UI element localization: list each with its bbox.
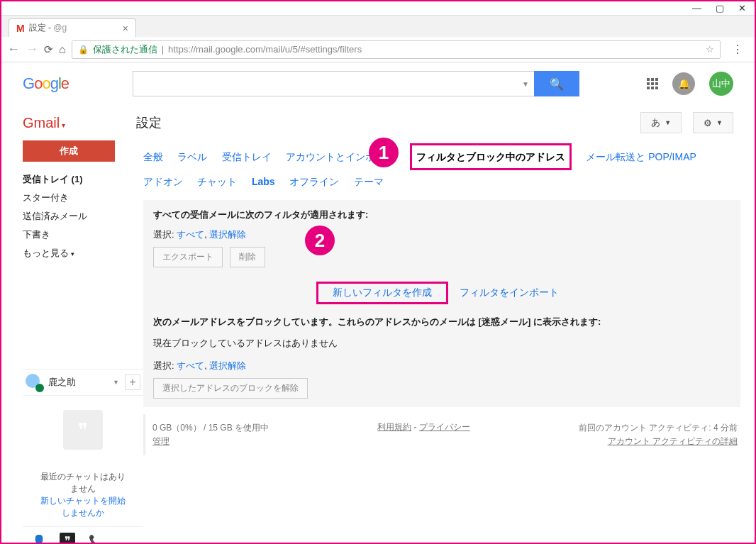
bookmark-star-icon[interactable]: ☆ (706, 44, 714, 55)
presence-dot-icon (35, 384, 44, 392)
annotation-marker-2: 2 (305, 226, 335, 255)
tab-themes[interactable]: テーマ (354, 172, 384, 191)
start-chat-link[interactable]: 新しいチャットを開始しませんか (28, 495, 138, 519)
sidebar-item-inbox[interactable]: 受信トレイ (1) (23, 170, 143, 189)
nav-forward-icon[interactable]: → (26, 42, 38, 57)
folder-list: 受信トレイ (1) スター付き 送信済みメール 下書き もっと見る (23, 170, 143, 262)
chevron-down-icon[interactable]: ▼ (113, 379, 119, 386)
tab-general[interactable]: 全般 (143, 147, 163, 167)
tab-title: 設定 - @g (29, 22, 118, 34)
hangouts-self-row[interactable]: 鹿之助 ▼ + (23, 370, 143, 396)
search-button[interactable]: 🔍 (534, 71, 579, 96)
settings-tabs: 全般 ラベル 受信トレイ アカウントとインポート フィルタとブロック中のアドレス… (143, 140, 740, 200)
import-filter-link[interactable]: フィルタをインポート (460, 287, 559, 298)
search-wrap: ▼ 🔍 (133, 71, 579, 96)
no-blocked-text: 現在ブロックしているアドレスはありません (153, 337, 730, 350)
tab-addons[interactable]: アドオン (143, 172, 183, 191)
blocked-select-none-link[interactable]: 選択解除 (209, 360, 246, 371)
last-activity-text: 前回のアカウント アクティビティ: 4 分前 (579, 423, 738, 433)
tab-labels[interactable]: ラベル (177, 147, 207, 167)
delete-button[interactable]: 削除 (230, 247, 265, 267)
gear-icon: ⚙ (704, 118, 712, 128)
reload-icon[interactable]: ⟳ (44, 43, 53, 56)
google-logo[interactable]: Google (23, 74, 69, 93)
search-dropdown-icon[interactable]: ▼ (517, 71, 534, 96)
account-avatar[interactable]: 山中 (709, 72, 733, 96)
export-button[interactable]: エクスポート (153, 247, 223, 267)
sidebar-item-drafts[interactable]: 下書き (23, 226, 143, 244)
lock-icon: 🔒 (78, 45, 89, 55)
blocked-select-all-link[interactable]: すべて (177, 360, 204, 371)
tab-filters[interactable]: フィルタとブロック中のアドレス (410, 143, 572, 170)
hangouts-tabs: 👤 ❞ 📞 (23, 527, 143, 544)
page-title: 設定 (136, 114, 162, 131)
notifications-icon[interactable]: 🔔 (672, 72, 695, 95)
tab-inbox[interactable]: 受信トレイ (222, 147, 272, 167)
footer: 0 GB（0%） / 15 GB を使用中 管理 利用規約 - プライバシー 前… (143, 414, 740, 455)
filter-select-row: 選択: すべて, 選択解除 (153, 228, 730, 241)
create-filter-link[interactable]: 新しいフィルタを作成 (333, 287, 432, 298)
phone-icon[interactable]: 📞 (88, 533, 104, 544)
gmail-header: Google ▼ 🔍 🔔 山中 (1, 62, 755, 105)
chats-icon[interactable]: ❞ (60, 533, 75, 544)
hangouts-logo-icon: ❞ (63, 410, 103, 450)
blocked-title: 次のメールアドレスをブロックしています。これらのアドレスからのメールは [迷惑メ… (153, 316, 730, 328)
address-bar: ← → ⟳ ⌂ 🔒 保護された通信 | https://mail.google.… (1, 37, 755, 62)
chat-empty-state: 最近のチャットはありません 新しいチャットを開始しませんか (23, 464, 143, 527)
filters-title: すべての受信メールに次のフィルタが適用されます: (153, 209, 730, 221)
new-chat-button[interactable]: + (125, 374, 140, 390)
browser-tab-strip: M 設定 - @g × (1, 16, 755, 37)
hangouts-panel: 鹿之助 ▼ + ❞ 最近のチャットはありません 新しいチャットを開始しませんか … (23, 369, 143, 544)
blocked-select-row: 選択: すべて, 選択解除 (153, 360, 730, 372)
activity-details-link[interactable]: アカウント アクティビティの詳細 (608, 436, 738, 446)
tab-labs[interactable]: Labs (252, 172, 275, 191)
gmail-icon: M (16, 23, 25, 34)
sidebar-item-sent[interactable]: 送信済みメール (23, 207, 143, 226)
select-all-link[interactable]: すべて (177, 229, 204, 240)
sidebar-item-starred[interactable]: スター付き (23, 189, 143, 207)
terms-link[interactable]: 利用規約 (377, 422, 411, 432)
browser-menu-icon[interactable]: ⋮ (726, 43, 749, 56)
nav-back-icon[interactable]: ← (7, 42, 20, 57)
window-close[interactable]: ✕ (738, 3, 746, 13)
tab-forwarding[interactable]: メール転送と POP/IMAP (586, 147, 696, 167)
url-text: https://mail.google.com/mail/u/5/#settin… (168, 44, 362, 55)
tab-offline[interactable]: オフライン (289, 172, 339, 191)
url-input[interactable]: 🔒 保護された通信 | https://mail.google.com/mail… (72, 40, 721, 59)
settings-gear-button[interactable]: ⚙▼ (693, 112, 733, 133)
sidebar: 作成 受信トレイ (1) スター付き 送信済みメール 下書き もっと見る 鹿之助… (9, 140, 143, 544)
compose-button[interactable]: 作成 (23, 140, 115, 162)
window-maximize[interactable]: ▢ (716, 3, 724, 13)
settings-content: 全般 ラベル 受信トレイ アカウントとインポート フィルタとブロック中のアドレス… (143, 140, 755, 544)
privacy-link[interactable]: プライバシー (419, 422, 470, 432)
gmail-dropdown[interactable]: Gmail (23, 115, 65, 131)
storage-text: 0 GB（0%） / 15 GB を使用中 (152, 423, 269, 433)
secure-label: 保護された通信 (93, 43, 157, 56)
sidebar-item-more[interactable]: もっと見る (23, 244, 143, 262)
sub-header: Gmail 設定 あ▼ ⚙▼ (1, 105, 755, 140)
tab-close-icon[interactable]: × (123, 23, 128, 34)
tab-chat[interactable]: チャット (197, 172, 237, 191)
search-input[interactable] (133, 71, 517, 96)
window-title-bar: — ▢ ✕ (1, 1, 755, 16)
input-method-button[interactable]: あ▼ (640, 112, 682, 133)
annotation-marker-1: 1 (369, 138, 399, 167)
contacts-icon[interactable]: 👤 (31, 533, 47, 544)
window-minimize[interactable]: — (692, 3, 701, 13)
filters-panel: すべての受信メールに次のフィルタが適用されます: 選択: すべて, 選択解除 エ… (143, 200, 740, 407)
manage-storage-link[interactable]: 管理 (152, 436, 169, 446)
home-icon[interactable]: ⌂ (59, 43, 66, 56)
select-none-link[interactable]: 選択解除 (209, 229, 246, 240)
browser-tab[interactable]: M 設定 - @g × (9, 18, 136, 37)
self-name: 鹿之助 (48, 376, 107, 389)
apps-grid-icon[interactable] (647, 78, 658, 89)
unblock-button[interactable]: 選択したアドレスのブロックを解除 (153, 378, 308, 399)
